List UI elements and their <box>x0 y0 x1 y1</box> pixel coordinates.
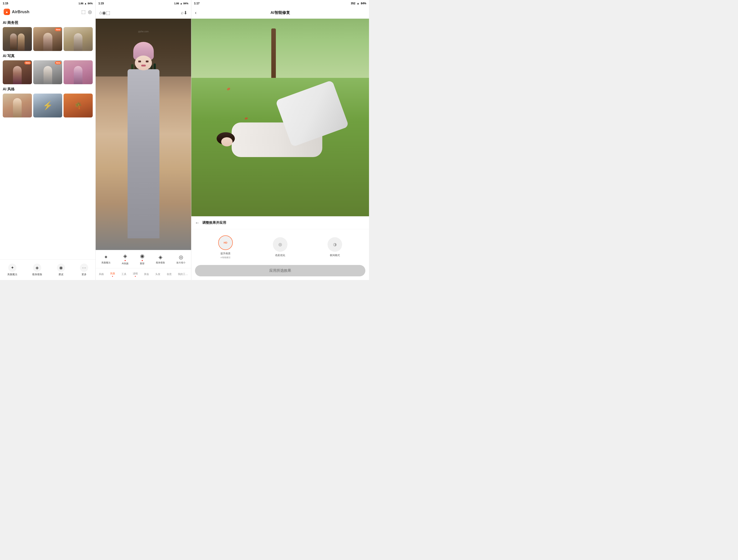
repair-apply-button[interactable]: 应用所选效果 <box>195 265 365 276</box>
new-badge-business2: New <box>55 28 61 31</box>
repair-photo-bg <box>191 19 369 216</box>
business-card-row: New <box>3 27 93 51</box>
download-nav-icon[interactable]: ⬇ <box>183 10 188 15</box>
status-icons-editor: 1.86 ▲ 84% <box>174 2 189 5</box>
portrait-card-1[interactable]: New <box>3 60 32 84</box>
more-icon: ⋯ <box>80 263 88 272</box>
tab-hair-label: 头发 <box>155 272 160 276</box>
tab-tools-label: 工具 <box>121 272 126 276</box>
style-card-1[interactable] <box>3 94 32 117</box>
tab-creative-label: 创意 <box>167 272 172 276</box>
repair-back-button[interactable]: ‹ <box>195 10 197 15</box>
tool-ai-meirong-label: AI美颜 <box>122 262 128 265</box>
apply-button-label: 应用所选效果 <box>269 268 291 273</box>
hd-circle: HD <box>218 235 233 250</box>
night-label: 夜间模式 <box>330 253 340 257</box>
toolbar-mopi[interactable]: ◉ 磨皮 <box>57 263 65 276</box>
meirong-icon: ✦ <box>8 263 16 272</box>
editor-topbar: ⌂ ◉ ⬚ ⌕ ⬇ <box>96 7 191 19</box>
wifi-icon: ▲ <box>84 2 87 5</box>
hd-sublabel: AI智能建议 <box>221 256 231 259</box>
tab-hair[interactable]: 头发 <box>153 271 162 277</box>
tool-meirong[interactable]: ✦ 美颜魔法 <box>101 254 110 264</box>
tool-slim[interactable]: ◈ 瘦身瘦脸 <box>156 254 165 264</box>
panel-home: 1:15 1.86 ▲ 84% ▲ AirBrush ⬚ ◎ AI 商务照 <box>0 0 96 280</box>
repair-adjust-title: 调整效果并应用 <box>202 220 226 225</box>
tool-zoom[interactable]: ◎ 放大缩小 <box>176 254 186 264</box>
home-nav-icon[interactable]: ⌂ <box>99 10 102 15</box>
business-card-1[interactable] <box>3 27 32 51</box>
section-title-style: AI 风格 <box>3 87 93 92</box>
battery-repair: 84% <box>361 2 366 5</box>
tool-reshape-label: 重塑 <box>140 262 144 265</box>
new-badge-portrait2: New <box>55 61 61 64</box>
tab-makeup-label: 美妆 <box>144 272 149 276</box>
tab-meirong-label: 美颜 <box>110 272 115 275</box>
wifi-icon-editor: ▲ <box>180 2 182 5</box>
repair-topbar: ‹ AI智能修复 <box>191 7 369 19</box>
home-scroll-area[interactable]: AI 商务照 New <box>0 16 95 259</box>
tab-filter[interactable]: 滤镜 <box>131 271 140 278</box>
app-logo: ▲ <box>4 9 10 15</box>
portrait-card-3[interactable] <box>63 60 93 84</box>
tab-meirong-active-dot <box>112 276 113 277</box>
signal-editor: 1.86 <box>174 2 179 5</box>
toolbar-mopi-label: 磨皮 <box>58 273 63 276</box>
wifi-icon-repair: ▲ <box>357 2 359 5</box>
tab-meirong[interactable]: 美颜 <box>108 271 117 278</box>
app-title: AirBrush <box>12 10 29 14</box>
panel-repair: 1:17 352 ▲ 84% ‹ AI智能修复 <box>191 0 369 280</box>
repair-option-night[interactable]: ◑ 夜间模式 <box>328 237 342 257</box>
repair-adjust-back-icon[interactable]: ← <box>195 220 200 225</box>
panel-editor: 1:15 1.86 ▲ 84% ⌂ ◉ ⬚ ⌕ ⬇ <box>96 0 191 280</box>
tool-ai-meirong-icon: ◈ <box>123 253 127 259</box>
tool-ai-dot <box>124 260 126 261</box>
battery-home: 84% <box>88 2 93 5</box>
tab-style[interactable]: 风格 <box>97 271 106 277</box>
tab-tools[interactable]: 工具 <box>119 271 128 277</box>
tool-ai-meirong[interactable]: ◈ AI美颜 <box>122 253 128 265</box>
business-card-3[interactable] <box>63 27 93 51</box>
tool-zoom-icon: ◎ <box>179 254 183 260</box>
hd-badge: HD <box>224 241 227 244</box>
settings-icon[interactable]: ◎ <box>88 9 92 15</box>
section-title-portrait: AI 写真 <box>3 54 93 58</box>
tool-reshape[interactable]: ◉ 重塑 <box>140 253 144 265</box>
status-icons-home: 1.86 ▲ 84% <box>79 2 93 5</box>
editor-photo-canvas: pjshe.com <box>96 19 191 250</box>
tool-slim-label: 瘦身瘦脸 <box>156 261 165 264</box>
tab-creative[interactable]: 创意 <box>165 271 173 277</box>
toolbar-meirong-label: 美颜魔法 <box>7 273 17 276</box>
tab-mytools[interactable]: 我的工… <box>176 271 190 277</box>
search-nav-icon[interactable]: ⌕ <box>181 10 183 15</box>
repair-bottom-panel: ← 调整效果并应用 HD 提升画质 AI智能建议 ◎ 色彩优化 <box>191 216 369 280</box>
repair-adjust-bar: ← 调整效果并应用 <box>191 216 369 229</box>
night-circle: ◑ <box>328 237 342 252</box>
business-card-2[interactable]: New <box>33 27 62 51</box>
editor-tools-row: ✦ 美颜魔法 ◈ AI美颜 ◉ 重塑 ◈ 瘦身瘦脸 ◎ 放大缩小 <box>96 250 191 268</box>
tab-makeup[interactable]: 美妆 <box>142 271 151 277</box>
app-header: ▲ AirBrush ⬚ ◎ <box>0 7 95 16</box>
history-icon[interactable]: ⬚ <box>81 9 86 15</box>
tool-reshape-dot <box>142 260 143 261</box>
mopi-icon: ◉ <box>57 263 65 272</box>
repair-option-color[interactable]: ◎ 色彩优化 <box>273 237 288 257</box>
style-card-3[interactable]: 🌴 <box>63 94 93 117</box>
gallery-nav-icon[interactable]: ⬚ <box>106 10 110 15</box>
time-repair: 1:17 <box>194 2 200 5</box>
status-bar-repair: 1:17 352 ▲ 84% <box>191 0 369 7</box>
toolbar-meirong[interactable]: ✦ 美颜魔法 <box>7 263 17 276</box>
tab-style-label: 风格 <box>99 272 104 276</box>
color-circle: ◎ <box>273 237 288 252</box>
time-editor: 1:15 <box>98 2 104 5</box>
camera-nav-icon[interactable]: ◉ <box>102 10 106 15</box>
repair-option-hd[interactable]: HD 提升画质 AI智能建议 <box>218 235 233 259</box>
tool-slim-icon: ◈ <box>158 254 162 260</box>
toolbar-shoushen[interactable]: ◈ 瘦身瘦脸 <box>32 263 42 276</box>
repair-photo-canvas <box>191 19 369 216</box>
portrait-card-2[interactable]: New <box>33 60 62 84</box>
toolbar-more[interactable]: ⋯ 更多 <box>80 263 88 276</box>
style-card-row: ⚡ 🌴 <box>3 94 93 117</box>
tab-filter-label: 滤镜 <box>133 272 138 275</box>
style-card-2[interactable]: ⚡ <box>33 94 62 117</box>
